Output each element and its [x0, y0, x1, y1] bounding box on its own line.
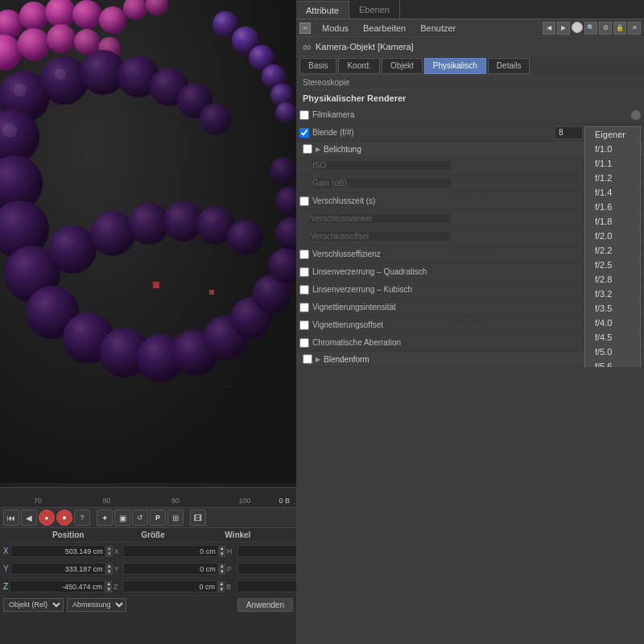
dropdown-item-f40[interactable]: f/4.0 [585, 316, 640, 330]
timeline-mark-90: 90 [141, 497, 210, 505]
blende-checkbox[interactable] [299, 128, 309, 138]
dropdown-item-eigener[interactable]: Eigener [585, 127, 640, 142]
verschlusszeit-checkbox[interactable] [299, 196, 309, 206]
frame-indicator: 0 B [279, 497, 294, 505]
coord-header-groesse: Größe [110, 530, 195, 539]
viewport-canvas [0, 0, 296, 483]
blende-input[interactable] [555, 126, 583, 139]
sub-tab-koord[interactable]: Koord. [338, 58, 379, 74]
transport-to-start[interactable]: ⏮ [3, 510, 19, 526]
svg-point-18 [275, 102, 296, 123]
pos-x-down[interactable]: ▼ [106, 551, 113, 557]
sub-tab-details[interactable]: Details [488, 58, 530, 74]
size-x-input[interactable] [123, 545, 218, 557]
svg-rect-51 [153, 282, 159, 288]
dropdown-item-f28[interactable]: f/2.8 [585, 272, 640, 287]
linsen-quad-checkbox[interactable] [299, 267, 309, 277]
transport-record2[interactable]: ● [56, 510, 72, 526]
svg-point-2 [19, 2, 48, 31]
size-z-up[interactable]: ▲ [218, 581, 225, 587]
angle-h-label: H [227, 547, 237, 555]
close-icon[interactable]: ✕ [628, 22, 641, 35]
pos-y-input[interactable] [10, 563, 105, 575]
angle-b-label: B [226, 583, 236, 591]
nav-back-icon[interactable]: ◀ [543, 22, 555, 35]
size-z-input[interactable] [122, 580, 217, 592]
transport-key5[interactable]: ⊞ [167, 510, 184, 526]
size-x-up[interactable]: ▲ [219, 546, 225, 551]
sub-tab-objekt[interactable]: Objekt [382, 58, 423, 74]
dropdown-item-f11[interactable]: f/1.1 [585, 156, 640, 171]
dropdown-item-f50[interactable]: f/5.0 [585, 345, 640, 359]
menu-bar: ∞ Modus Bearbeiten Benutzer ◀ ▶ 🔍 ⚙ 🔒 ✕ [296, 19, 644, 37]
axis-y-label: Y [3, 564, 9, 573]
size-z-down[interactable]: ▼ [218, 587, 225, 592]
belichtung-checkbox[interactable] [303, 144, 312, 154]
pos-y-up[interactable]: ▲ [106, 564, 113, 569]
dropdown-item-f18[interactable]: f/1.8 [585, 214, 640, 229]
dropdown-item-f22[interactable]: f/2.2 [585, 243, 640, 258]
tab-ebenen[interactable]: Ebenen [349, 1, 400, 19]
obj-rel-select[interactable]: Objekt (Rel) [3, 598, 64, 612]
sub-tab-basis[interactable]: Basis [299, 58, 336, 74]
dropdown-item-f14[interactable]: f/1.4 [585, 185, 640, 200]
dropdown-item-f32[interactable]: f/3.2 [585, 287, 640, 301]
svg-point-50 [2, 123, 17, 138]
transport-film[interactable]: 🎞 [190, 510, 206, 526]
angle-h-input[interactable] [237, 545, 296, 557]
dropdown-item-f10[interactable]: f/1.0 [585, 142, 640, 156]
filmkamera-checkbox[interactable] [299, 110, 309, 120]
viewport-3d[interactable]: 70 80 90 100 0 B ⏮ ◀ ● ● ? ✦ ▣ ↺ P ⊞ 🎞 [0, 0, 296, 644]
dropdown-item-f16[interactable]: f/1.6 [585, 200, 640, 214]
transport-key2[interactable]: ▣ [114, 510, 130, 526]
abmessung-select[interactable]: Abmessung [67, 598, 126, 612]
size-y-input[interactable] [123, 563, 218, 575]
pos-z-down[interactable]: ▼ [105, 587, 112, 592]
pos-z-input[interactable] [10, 580, 105, 592]
object-title-text: Kamera-Objekt [Kamera] [316, 42, 414, 52]
svg-point-10 [47, 24, 76, 53]
angle-b-input[interactable] [237, 580, 296, 592]
settings-icon[interactable]: ⚙ [599, 22, 612, 35]
sub-tab-physikalisch[interactable]: Physikalisch [424, 58, 486, 74]
menu-benutzer[interactable]: Benutzer [414, 22, 462, 35]
transport-key3[interactable]: ↺ [132, 510, 148, 526]
dropdown-item-f56[interactable]: f/5.6 [585, 359, 640, 368]
pos-z-up[interactable]: ▲ [105, 581, 112, 587]
dropdown-item-f25[interactable]: f/2.5 [585, 258, 640, 272]
transport-key4[interactable]: P [150, 510, 166, 526]
verschlusseffizienz-checkbox[interactable] [299, 250, 309, 259]
svg-point-42 [48, 225, 97, 274]
filmkamera-toggle[interactable] [631, 110, 641, 120]
transport-prev[interactable]: ◀ [21, 510, 37, 526]
transport-question[interactable]: ? [74, 510, 90, 526]
pos-x-input[interactable] [10, 545, 105, 557]
linsen-kub-checkbox[interactable] [299, 285, 309, 295]
transport-key1[interactable]: ✦ [97, 510, 113, 526]
lock-icon[interactable]: 🔒 [613, 22, 626, 35]
pos-x-up[interactable]: ▲ [106, 546, 113, 551]
dropdown-item-f35[interactable]: f/3.5 [585, 301, 640, 316]
chrom-aber-checkbox[interactable] [299, 338, 309, 348]
section-header-renderer: Physikalischer Renderer [296, 90, 644, 106]
search-icon[interactable]: 🔍 [584, 22, 597, 35]
anwenden-button[interactable]: Anwenden [237, 598, 293, 612]
size-x-down[interactable]: ▼ [219, 551, 225, 557]
angle-p-input[interactable] [237, 563, 296, 575]
size-y-down[interactable]: ▼ [219, 569, 225, 575]
angle-p-label: P [227, 565, 237, 573]
dropdown-item-f20[interactable]: f/2.0 [585, 229, 640, 243]
dropdown-item-f45[interactable]: f/4.5 [585, 330, 640, 345]
vign-off-checkbox[interactable] [299, 320, 309, 330]
blendenform-checkbox[interactable] [303, 354, 312, 364]
pos-y-down[interactable]: ▼ [106, 569, 113, 575]
vign-int-checkbox[interactable] [299, 303, 309, 312]
dropdown-item-f12[interactable]: f/1.2 [585, 171, 640, 185]
tab-attribute[interactable]: Attribute [296, 1, 349, 19]
svg-point-49 [55, 68, 66, 80]
menu-modus[interactable]: Modus [316, 22, 355, 35]
menu-bearbeiten[interactable]: Bearbeiten [357, 22, 412, 35]
transport-record[interactable]: ● [39, 510, 55, 526]
size-y-up[interactable]: ▲ [219, 564, 225, 569]
nav-forward-icon[interactable]: ▶ [557, 22, 570, 35]
